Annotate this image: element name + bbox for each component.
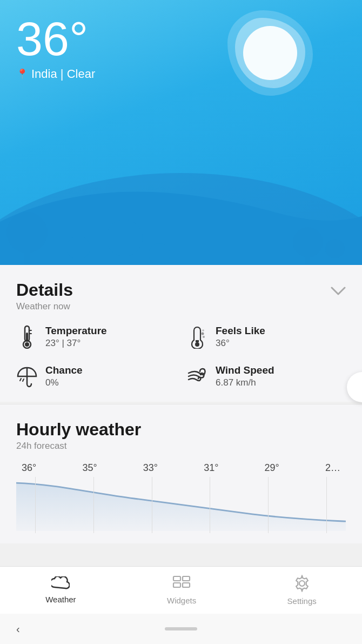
details-subtitle: Weather now [16, 301, 73, 312]
chance-label: Chance [45, 364, 83, 376]
temperature-display: 36° 📍 India | Clear [16, 15, 95, 81]
svg-rect-39 [183, 583, 190, 587]
nav-label-widgets: Widgets [167, 596, 196, 605]
hero-section: 36° 📍 India | Clear [0, 0, 362, 265]
home-indicator[interactable] [165, 627, 197, 630]
svg-line-35 [23, 379, 24, 381]
temperature-item: Temperature 23° | 37° [16, 325, 176, 351]
nav-item-widgets[interactable]: Widgets [167, 575, 196, 605]
hourly-chart: 36° 35° 33° 31° 29° 2… [16, 462, 346, 543]
thermometer-icon [16, 325, 38, 351]
city-icon [326, 16, 350, 40]
chart-grid [16, 477, 346, 533]
wind-speed-item: Wind Speed 6.87 km/h [186, 364, 346, 391]
wind-speed-val: 6.87 km/h [216, 377, 274, 388]
landscape-graphic [0, 124, 362, 265]
nav-label-settings: Settings [287, 596, 317, 606]
system-bar: ‹ [0, 614, 362, 644]
svg-rect-21 [305, 252, 310, 265]
nav-item-weather[interactable]: Weather [45, 576, 76, 604]
feels-like-icon [186, 325, 208, 351]
sun-graphic [227, 10, 313, 96]
detail-grid: Temperature 23° | 37° Feels Like 36° [16, 325, 346, 391]
svg-point-40 [299, 581, 305, 586]
chart-label-0: 36° [22, 462, 36, 474]
feels-like-item: Feels Like 36° [186, 325, 346, 351]
hourly-section: Hourly weather 24h forecast 36° 35° 33° … [0, 404, 362, 543]
nav-label-weather: Weather [45, 595, 76, 604]
svg-point-32 [202, 329, 204, 331]
chart-labels: 36° 35° 33° 31° 29° 2… [16, 462, 346, 474]
svg-rect-18 [121, 248, 128, 265]
temperature-val: 23° | 37° [45, 338, 107, 349]
location-text: India | Clear [31, 67, 95, 81]
svg-rect-38 [173, 583, 180, 587]
back-button[interactable]: ‹ [16, 623, 20, 635]
chart-label-5: 2… [325, 462, 340, 474]
gear-icon [293, 575, 311, 594]
bottom-nav: Weather Widgets Settings [0, 566, 362, 614]
temperature-value: 36° [16, 15, 95, 63]
svg-rect-36 [173, 576, 180, 581]
svg-point-31 [203, 336, 205, 338]
svg-point-30 [202, 333, 204, 335]
chart-label-3: 31° [204, 462, 218, 474]
chart-label-4: 29° [265, 462, 279, 474]
svg-line-34 [20, 379, 21, 381]
hourly-title: Hourly weather [16, 420, 346, 440]
svg-point-19 [149, 243, 170, 265]
cloud-icon [51, 576, 70, 593]
svg-rect-14 [24, 242, 30, 265]
nav-item-settings[interactable]: Settings [287, 575, 317, 606]
temperature-label: Temperature [45, 325, 107, 337]
chart-label-2: 33° [143, 462, 158, 474]
svg-rect-37 [183, 576, 190, 581]
feels-like-label: Feels Like [216, 325, 265, 337]
wind-icon [186, 364, 208, 389]
svg-point-29 [195, 342, 199, 347]
svg-rect-26 [26, 333, 28, 341]
widgets-icon [172, 575, 191, 594]
umbrella-icon [16, 364, 38, 391]
location-pin-icon: 📍 [16, 68, 28, 80]
hourly-subtitle: 24h forecast [16, 441, 346, 452]
chevron-down-icon[interactable] [331, 283, 346, 300]
chance-item: Chance 0% [16, 364, 176, 391]
chart-label-1: 35° [82, 462, 97, 474]
svg-rect-16 [76, 255, 81, 265]
details-title: Details [16, 280, 73, 300]
wind-speed-label: Wind Speed [216, 364, 274, 376]
chance-val: 0% [45, 377, 83, 388]
svg-point-22 [325, 239, 345, 258]
svg-point-25 [25, 342, 29, 347]
feels-like-val: 36° [216, 338, 265, 349]
details-section: Details Weather now Temper [0, 265, 362, 402]
